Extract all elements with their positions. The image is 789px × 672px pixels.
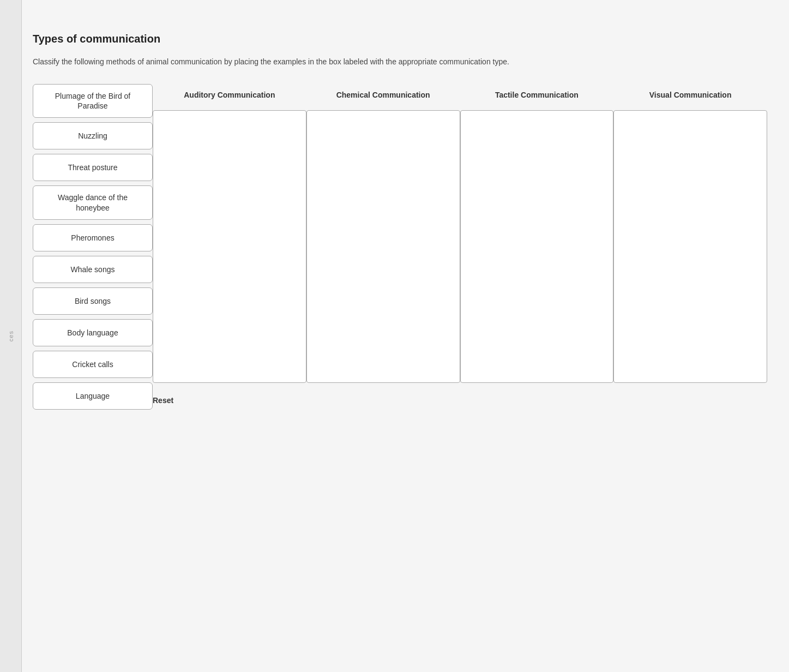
drop-zones-header: Auditory CommunicationChemical Communica…: [153, 84, 767, 383]
drop-zone-col: Chemical Communication: [306, 84, 460, 383]
drag-item[interactable]: Body language: [33, 319, 153, 346]
drag-item[interactable]: Pheromones: [33, 224, 153, 251]
drop-zone-col: Tactile Communication: [460, 84, 614, 383]
drop-zone-box[interactable]: [460, 110, 614, 383]
drag-item[interactable]: Language: [33, 382, 153, 410]
drag-item[interactable]: Bird songs: [33, 287, 153, 315]
drop-zone-label: Visual Communication: [645, 84, 736, 106]
left-bar-text: ces: [8, 331, 14, 341]
drop-zone-label: Tactile Communication: [491, 84, 583, 106]
drag-item[interactable]: Whale songs: [33, 256, 153, 283]
page-title: Types of communication: [33, 33, 767, 45]
drag-item[interactable]: Threat posture: [33, 154, 153, 181]
main-area: Plumage of the Bird of ParadiseNuzzlingT…: [33, 84, 767, 410]
drop-zone-box[interactable]: [613, 110, 767, 383]
page-container: ces Types of communication Classify the …: [0, 0, 789, 672]
drop-zone-col: Visual Communication: [613, 84, 767, 383]
instructions: Classify the following methods of animal…: [33, 56, 523, 68]
drag-item[interactable]: Plumage of the Bird of Paradise: [33, 84, 153, 118]
drop-zone-label: Auditory Communication: [179, 84, 279, 106]
drop-zone-label: Chemical Communication: [332, 84, 435, 106]
drag-item[interactable]: Waggle dance of the honeybee: [33, 185, 153, 219]
drag-item[interactable]: Cricket calls: [33, 351, 153, 378]
drag-item[interactable]: Nuzzling: [33, 122, 153, 149]
items-column: Plumage of the Bird of ParadiseNuzzlingT…: [33, 84, 153, 410]
reset-button[interactable]: Reset: [153, 394, 173, 407]
drop-zone-box[interactable]: [306, 110, 460, 383]
left-bar: ces: [0, 0, 22, 672]
drop-zone-box[interactable]: [153, 110, 306, 383]
reset-area: Reset: [153, 394, 767, 407]
drop-zones-area: Auditory CommunicationChemical Communica…: [153, 84, 767, 407]
drop-zone-col: Auditory Communication: [153, 84, 306, 383]
